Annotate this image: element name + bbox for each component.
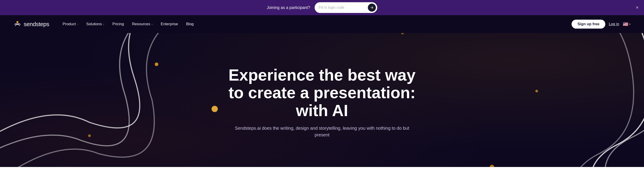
- login-code-input[interactable]: [319, 5, 366, 9]
- login-input-wrapper: path{stroke:white;stroke-width:2.5;fill:…: [314, 2, 377, 13]
- svg-point-0: [16, 21, 18, 23]
- signup-button[interactable]: Sign up free: [572, 20, 605, 28]
- nav-resources[interactable]: Resources ↓: [132, 22, 153, 26]
- login-submit-button[interactable]: path{stroke:white;stroke-width:2.5;fill:…: [368, 3, 376, 11]
- nav-links: Product ↓ Solutions ↓ Pricing Resources …: [62, 22, 572, 26]
- banner-text: Joining as a participant?: [267, 5, 310, 10]
- hero-subtitle: Sendsteps.ai does the writing, design an…: [235, 125, 409, 138]
- language-selector[interactable]: 🇺🇸 ▾: [623, 21, 630, 27]
- svg-point-6: [401, 33, 404, 34]
- logo-icon: [14, 20, 22, 28]
- arrow-right-icon: path{stroke:white;stroke-width:2.5;fill:…: [370, 6, 374, 9]
- banner-content: Joining as a participant? path{stroke:wh…: [267, 2, 377, 13]
- hero-section: Experience the best way to create a pres…: [0, 33, 644, 167]
- svg-point-2: [212, 106, 218, 112]
- nav-pricing[interactable]: Pricing: [112, 22, 124, 26]
- nav-product[interactable]: Product ↓: [62, 22, 78, 26]
- navbar: sendsteps Product ↓ Solutions ↓ Pricing …: [0, 15, 644, 33]
- logo-link[interactable]: sendsteps: [14, 20, 49, 28]
- svg-point-3: [88, 134, 91, 137]
- logo-text: sendsteps: [24, 21, 49, 28]
- login-link[interactable]: Log in: [609, 22, 619, 26]
- solutions-chevron-icon: ↓: [103, 22, 104, 26]
- svg-point-5: [535, 90, 538, 92]
- lang-chevron-icon: ▾: [629, 23, 630, 26]
- top-banner: Joining as a participant? path{stroke:wh…: [0, 0, 644, 15]
- flag-icon: 🇺🇸: [623, 21, 628, 27]
- product-chevron-icon: ↓: [77, 22, 78, 26]
- hero-title: Experience the best way to create a pres…: [222, 66, 422, 119]
- nav-actions: Sign up free Log in 🇺🇸 ▾: [572, 20, 630, 28]
- nav-blog[interactable]: Blog: [186, 22, 194, 26]
- svg-point-1: [155, 62, 158, 66]
- svg-point-4: [490, 165, 494, 167]
- banner-close-button[interactable]: ×: [636, 5, 639, 10]
- nav-enterprise[interactable]: Enterprise: [161, 22, 178, 26]
- nav-solutions[interactable]: Solutions ↓: [86, 22, 104, 26]
- resources-chevron-icon: ↓: [152, 22, 153, 26]
